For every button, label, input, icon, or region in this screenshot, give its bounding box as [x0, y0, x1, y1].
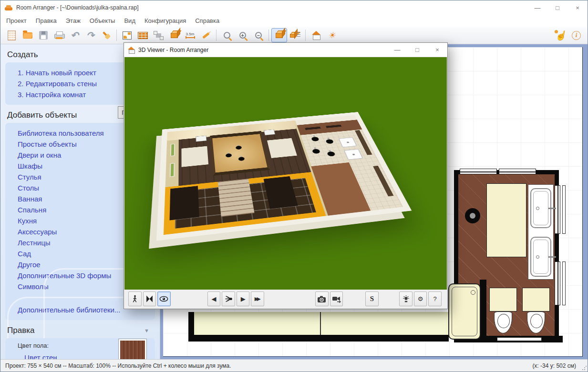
3d-bathroom-soffit [297, 120, 362, 135]
menu-item[interactable]: Объекты [90, 17, 115, 24]
3d-left-wall [165, 140, 179, 187]
toolbar-separator [216, 30, 217, 41]
info-icon[interactable]: i [568, 28, 584, 42]
3d-pendant-lamp [325, 139, 334, 144]
viewer-maximize-button[interactable]: □ [407, 43, 427, 57]
redo-icon[interactable]: ↷ [83, 28, 98, 42]
fast-forward-icon[interactable]: ▶▶ [251, 292, 264, 306]
minimize-button[interactable]: — [527, 0, 547, 15]
effects-icon[interactable]: ☀ [324, 28, 340, 42]
paint-icon[interactable] [98, 28, 114, 42]
plan-window [460, 169, 497, 174]
light-rays-icon[interactable] [222, 292, 235, 306]
plan-toilet-tank [522, 288, 550, 312]
pointer-icon[interactable]: ☝ [553, 28, 568, 42]
menu-item[interactable]: Справка [195, 17, 219, 24]
3d-bed [210, 131, 270, 176]
viewer-house-icon [128, 47, 135, 53]
menu-item[interactable]: Конфигурация [144, 17, 186, 24]
3d-shoe-rack [218, 179, 255, 217]
play-icon[interactable]: ▶ [237, 292, 250, 306]
lamp-icon[interactable] [399, 292, 413, 306]
print-icon[interactable] [51, 28, 67, 42]
room-plan-icon[interactable] [119, 28, 135, 42]
viewer-3d-viewport[interactable] [124, 57, 447, 290]
3d-window [170, 144, 175, 157]
plan-bathtub [448, 283, 481, 340]
3d-pendant-lamp [311, 137, 320, 141]
object-list-icon[interactable] [287, 28, 303, 42]
menu-bar: ПроектПравкаЭтажОбъектыВидКонфигурацияСп… [0, 15, 588, 27]
status-left-text: Проект: 755 × 540 см -- Масштаб: 100% --… [5, 362, 231, 369]
zoom-fit-icon[interactable] [219, 28, 235, 42]
plan-furniture-rect [486, 183, 526, 257]
plan-sink [530, 188, 551, 228]
viewer-toolbar: ◀ ▶ ▶▶ S ⚙ ? [124, 290, 447, 308]
viewer-close-button[interactable]: × [427, 43, 447, 57]
rotate-icon[interactable]: S [365, 292, 379, 306]
resize-grip[interactable] [582, 366, 587, 371]
room-arranger-app: { "colors": { "accent": "#e8821e", "link… [0, 0, 588, 372]
save-icon[interactable] [35, 28, 51, 42]
viewer-title: 3D Viewer - Room Arranger [138, 47, 208, 53]
3d-sink [338, 137, 357, 148]
3d-sink [343, 149, 363, 160]
open-icon[interactable] [20, 28, 35, 42]
3d-vent [305, 127, 320, 130]
draw-wall-icon[interactable] [198, 28, 214, 42]
menu-item[interactable]: Вид [124, 17, 135, 24]
prev-icon[interactable]: ◀ [207, 292, 221, 306]
wall-icon[interactable] [135, 28, 151, 42]
3d-pendant-lamp [327, 151, 336, 157]
plan-sink [530, 237, 551, 277]
menu-item[interactable]: Правка [36, 17, 57, 24]
floor-color-label: Цвет пола: [18, 342, 49, 349]
3d-window [170, 163, 175, 177]
select-icon[interactable] [151, 28, 166, 42]
3d-scene [156, 112, 412, 241]
plan-wall [480, 280, 486, 342]
title-bar: Room Arranger - [~\Downloads\julka-spaln… [0, 0, 588, 15]
camera-icon[interactable] [315, 292, 329, 306]
settings-icon[interactable]: ⚙ [414, 292, 427, 306]
wall-color-link[interactable]: Цвет стен [24, 353, 57, 359]
3d-rug [267, 138, 297, 158]
3d-nightstand [264, 129, 275, 135]
measure-icon[interactable]: 3.5m [182, 28, 198, 42]
plan-wardrobe-room [188, 312, 449, 342]
main-toolbar: ↶ ↷ 3.5m + − ☀ ☝ i [0, 27, 588, 44]
cursor-coordinates: (x: -34 y: 502 см) [532, 362, 583, 369]
undo-icon[interactable]: ↶ [67, 28, 83, 42]
toolbar-separator [305, 30, 306, 41]
plan-toilet-tank [489, 288, 517, 312]
viewer-minimize-button[interactable]: — [387, 43, 407, 57]
plan-ceiling-lamp [465, 208, 480, 223]
status-bar: Проект: 755 × 540 см -- Масштаб: 100% --… [0, 359, 588, 372]
edit-section-title: Правка ▼ [0, 320, 160, 338]
close-button[interactable]: × [567, 0, 588, 15]
video-icon[interactable] [330, 292, 343, 306]
maximize-button[interactable]: □ [547, 0, 567, 15]
house-3d-icon[interactable] [308, 28, 324, 42]
fly-icon[interactable] [143, 292, 156, 306]
help-icon[interactable]: ? [428, 292, 442, 306]
new-project-icon[interactable] [4, 28, 20, 42]
plan-window-frame [562, 261, 566, 305]
plan-window [555, 261, 560, 305]
floor-color-swatch[interactable] [119, 339, 146, 359]
zoom-in-icon[interactable]: + [235, 28, 250, 42]
zoom-out-icon[interactable]: − [250, 28, 266, 42]
plan-window [499, 169, 536, 174]
3d-pendant-lamp [312, 149, 321, 154]
viewer-title-bar[interactable]: 3D Viewer - Room Arranger — □ × [124, 43, 447, 57]
toolbar-separator [116, 30, 117, 41]
eye-icon[interactable] [157, 292, 171, 306]
walk-icon[interactable] [128, 292, 142, 306]
collapse-section-icon[interactable]: ▼ [144, 328, 149, 333]
toolbar-separator [268, 30, 269, 41]
view-3d-icon[interactable] [271, 28, 287, 42]
add-object-icon[interactable] [166, 28, 182, 42]
app-logo-sofa-icon [5, 5, 12, 10]
menu-item[interactable]: Этаж [66, 17, 81, 24]
menu-item[interactable]: Проект [6, 17, 27, 24]
